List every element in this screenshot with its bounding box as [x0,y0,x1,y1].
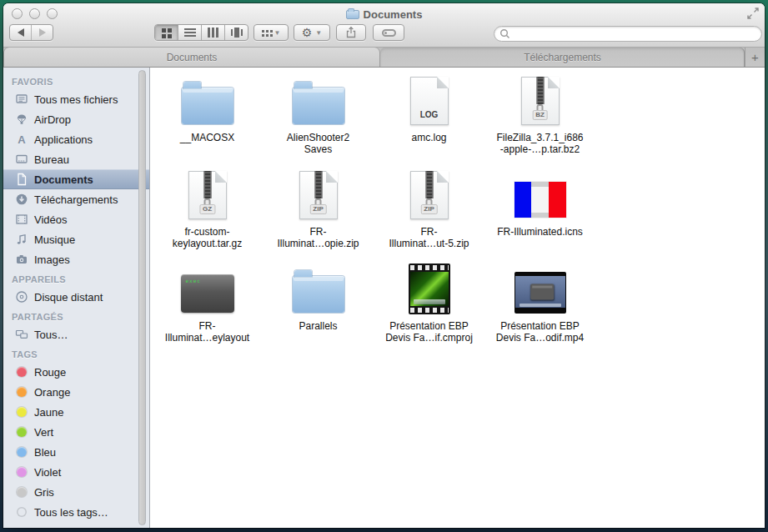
sidebar-item-label: Documents [34,173,93,186]
file-name: Présentation EBPDevis Fa…if.cmproj [385,320,473,344]
sidebar-tag-tous-les-tags[interactable]: Tous les tags… [3,502,149,522]
file-name: FR-Illuminated.icns [497,226,583,238]
column-view-button[interactable] [201,25,224,40]
archive-file-icon: ZIP [410,171,449,219]
sidebar-item-label: Bureau [34,153,69,166]
file-item[interactable]: Parallels [263,262,374,356]
file-item[interactable]: __MACOSX [152,73,263,168]
file-name: FR-Illuminat…eylayout [165,320,249,344]
zipper-icon [425,171,433,198]
file-item[interactable]: AlienShooter2Saves [263,73,374,168]
sidebar-item-label: Tous les tags… [34,506,108,519]
file-item[interactable]: GZ fr-custom-keylayout.tar.gz [152,168,263,262]
music-icon [14,233,28,247]
file-item[interactable]: LOG amc.log [374,73,484,168]
sidebar-tag-gris[interactable]: Gris [3,482,149,502]
zipper-icon [536,77,544,104]
gear-icon: ⚙ [302,27,313,38]
sidebar-item-label: Jaune [34,406,63,419]
file-item[interactable]: FR-Illuminated.icns [484,168,595,262]
action-menu-button[interactable]: ⚙ ▼ [294,24,330,41]
document-icon [14,173,28,187]
sidebar-item-musique[interactable]: Musique [3,229,149,249]
sidebar-scrollbar[interactable] [138,70,146,525]
column-view-icon [208,28,210,38]
tab-bar: Documents Téléchargements + [3,48,765,68]
file-type-label: ZIP [420,204,437,214]
sidebar-item-disque-distant[interactable]: Disque distant [3,287,149,307]
file-name: FileZilla_3.7.1_i686-apple-…p.tar.bz2 [496,132,583,155]
arrange-button[interactable]: ▼ [253,24,289,41]
add-tab-button[interactable]: + [745,48,765,67]
search-input[interactable] [514,28,761,40]
tag-color-icon [14,385,28,399]
sidebar-item-telechargements[interactable]: Téléchargements [3,189,149,209]
fullscreen-icon[interactable] [745,6,760,21]
sidebar-tag-rouge[interactable]: Rouge [3,362,149,382]
sidebar-item-label: Vert [34,426,53,439]
page-fold [215,171,227,183]
search-field[interactable] [494,26,762,42]
file-grid: __MACOSX AlienShooter2Saves LOG amc.log [152,73,595,356]
forward-button[interactable] [31,25,53,40]
tag-icon [382,29,396,37]
sidebar-item-documents[interactable]: Documents [3,169,149,189]
tag-color-icon [14,405,28,419]
tag-color-icon [14,365,28,379]
forward-icon [39,28,46,37]
tag-color-icon [14,485,28,499]
sidebar-section-partages: PARTAGÉS [12,312,149,322]
pictures-icon [14,253,28,267]
sidebar-item-bureau[interactable]: Bureau [3,149,149,169]
tab-documents[interactable]: Documents [3,48,380,67]
tag-color-icon [14,465,28,479]
sidebar-item-videos[interactable]: Vidéos [3,209,149,229]
sidebar-item-label: Tous mes fichiers [34,93,118,106]
page-fold [437,77,449,88]
coverflow-view-button[interactable] [224,25,248,40]
sidebar-tag-vert[interactable]: Vert [3,422,149,442]
icon-view-button[interactable] [155,25,178,40]
file-name: Parallels [299,320,337,332]
back-button[interactable] [10,25,31,40]
file-item[interactable]: BZ FileZilla_3.7.1_i686-apple-…p.tar.bz2 [484,73,595,168]
edit-tags-button[interactable] [373,24,404,41]
sidebar-item-label: Tous… [34,329,68,341]
sidebar-item-label: Rouge [34,366,66,379]
sidebar-tag-violet[interactable]: Violet [3,462,149,482]
sidebar-item-airdrop[interactable]: AirDrop [3,109,149,129]
file-item[interactable]: ZIP FR-Illuminat…opie.zip [263,168,374,262]
file-name: AlienShooter2Saves [287,132,349,155]
sidebar-tag-bleu[interactable]: Bleu [3,442,149,462]
sidebar-item-applications[interactable]: A Applications [3,129,149,149]
file-item[interactable]: Présentation EBPDevis Fa…if.cmproj [374,262,484,356]
tab-telechargements[interactable]: Téléchargements [380,48,745,67]
sidebar-item-label: Images [34,253,70,266]
share-icon [344,26,358,39]
file-type-label: BZ [532,110,548,120]
zipper-icon [314,171,322,198]
chevron-down-icon: ▼ [274,29,281,37]
sidebar-tag-jaune[interactable]: Jaune [3,402,149,422]
file-item[interactable]: exec FR-Illuminat…eylayout [152,262,263,356]
arrange-icon [262,30,264,33]
list-view-button[interactable] [178,25,201,40]
archive-file-icon: BZ [521,77,560,125]
sidebar-tag-orange[interactable]: Orange [3,382,149,402]
sidebar-item-tous-mes-fichiers[interactable]: Tous mes fichiers [3,89,149,109]
video-thumbnail-icon [515,272,566,314]
file-item[interactable]: Présentation EBPDevis Fa…odif.mp4 [484,262,595,356]
sidebar-item-label: Orange [34,386,70,399]
log-file-icon: LOG [410,77,449,125]
file-name: FR-Illuminat…opie.zip [277,226,359,249]
all-files-icon [14,93,28,107]
file-item[interactable]: ZIP FR-Illuminat…ut-5.zip [374,168,484,262]
file-name: Présentation EBPDevis Fa…odif.mp4 [496,320,584,344]
tag-color-icon [14,505,28,519]
sidebar-item-images[interactable]: Images [3,249,149,269]
chevron-down-icon: ▼ [315,29,322,37]
share-button[interactable] [336,24,366,41]
sidebar-item-tous[interactable]: Tous… [3,324,149,344]
sidebar-item-label: Disque distant [34,291,103,304]
page-fold [548,77,560,88]
